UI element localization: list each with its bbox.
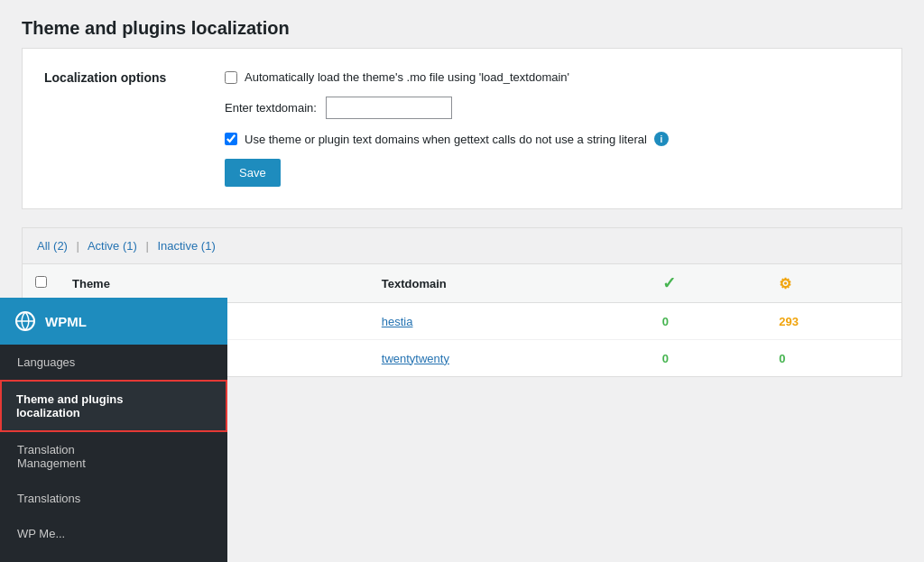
col-inactive-count: ⚙ bbox=[766, 264, 901, 303]
sidebar-logo-text: WPML bbox=[45, 314, 87, 329]
textdomain-link[interactable]: twentytwenty bbox=[382, 352, 449, 365]
row-active-count: 0 bbox=[650, 340, 767, 377]
active-check-icon: ✓ bbox=[662, 274, 676, 292]
filter-all[interactable]: All (2) bbox=[37, 239, 68, 253]
page-title-bar: Theme and plugins localization bbox=[0, 0, 924, 48]
settings-card: Localization options Automatically load … bbox=[22, 48, 902, 209]
sidebar-item-translation-management[interactable]: TranslationManagement bbox=[0, 432, 227, 481]
filter-inactive[interactable]: Inactive (1) bbox=[157, 239, 215, 253]
filter-bar: All (2) | Active (1) | Inactive (1) bbox=[23, 228, 901, 264]
col-textdomain: Textdomain bbox=[369, 264, 650, 303]
localization-options-row: Localization options Automatically load … bbox=[44, 70, 880, 187]
sidebar-item-label: TranslationManagement bbox=[17, 443, 86, 470]
sidebar-item-label: Translations bbox=[17, 492, 80, 505]
sidebar-header[interactable]: WPML bbox=[0, 298, 227, 345]
info-icon[interactable]: i bbox=[654, 132, 669, 146]
filter-active[interactable]: Active (1) bbox=[88, 239, 137, 253]
active-count-value: 0 bbox=[662, 352, 669, 365]
checkbox1-row: Automatically load the theme's .mo file … bbox=[225, 70, 880, 84]
sidebar-item-languages[interactable]: Languages bbox=[0, 345, 227, 380]
textdomain-link[interactable]: hestia bbox=[382, 315, 413, 328]
sidebar-item-label: WP Me... bbox=[17, 527, 65, 540]
textdomain-input[interactable] bbox=[326, 97, 452, 119]
auto-load-label: Automatically load the theme's .mo file … bbox=[245, 70, 569, 84]
checkbox2-row: Use theme or plugin text domains when ge… bbox=[225, 132, 880, 146]
page-title: Theme and plugins localization bbox=[22, 18, 902, 39]
col-active-count: ✓ bbox=[650, 264, 767, 303]
sidebar-item-wp-menu[interactable]: WP Me... bbox=[0, 516, 227, 551]
sidebar-item-translations[interactable]: Translations bbox=[0, 481, 227, 516]
options-right: Automatically load the theme's .mo file … bbox=[225, 70, 880, 187]
page-layout: Theme and plugins localization Localizat… bbox=[0, 0, 924, 562]
active-count-value: 0 bbox=[662, 315, 669, 328]
sidebar-item-label: Theme and pluginslocalization bbox=[16, 392, 123, 419]
row-inactive-count: 293 bbox=[766, 303, 901, 340]
auto-load-checkbox[interactable] bbox=[225, 71, 237, 84]
sidebar: WPML Languages Theme and pluginslocaliza… bbox=[0, 298, 227, 562]
use-text-domains-checkbox[interactable] bbox=[225, 133, 237, 145]
inactive-count-value: 293 bbox=[779, 315, 799, 328]
separator1: | bbox=[77, 239, 79, 253]
row-inactive-count: 0 bbox=[766, 340, 901, 377]
row-textdomain: twentytwenty bbox=[369, 340, 650, 377]
sidebar-item-label: Languages bbox=[17, 355, 75, 369]
textdomain-row: Enter textdomain: bbox=[225, 97, 880, 119]
separator2: | bbox=[145, 239, 148, 253]
section-label: Localization options bbox=[44, 70, 189, 85]
inactive-gear-icon: ⚙ bbox=[779, 276, 791, 291]
select-all-checkbox[interactable] bbox=[35, 276, 47, 288]
save-button[interactable]: Save bbox=[225, 159, 281, 187]
sidebar-item-theme-plugins-localization[interactable]: Theme and pluginslocalization bbox=[0, 380, 227, 432]
textdomain-label: Enter textdomain: bbox=[225, 101, 317, 115]
row-textdomain: hestia bbox=[369, 303, 650, 340]
use-text-domains-label: Use theme or plugin text domains when ge… bbox=[245, 133, 647, 146]
row-active-count: 0 bbox=[650, 303, 767, 340]
inactive-count-value: 0 bbox=[779, 352, 785, 365]
wpml-logo bbox=[14, 310, 36, 332]
